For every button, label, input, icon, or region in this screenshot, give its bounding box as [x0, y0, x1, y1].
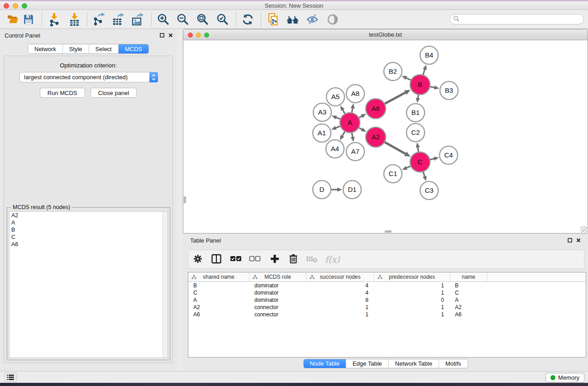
cell-predecessor-nodes[interactable]: 1: [374, 311, 450, 318]
import-table-icon[interactable]: [67, 12, 82, 27]
column-header-MCDS-role[interactable]: MCDS role: [249, 272, 306, 281]
criterion-dropdown[interactable]: largest connected component (directed): [19, 72, 158, 82]
tab-style[interactable]: Style: [63, 44, 89, 53]
close-panel-icon[interactable]: [168, 32, 173, 39]
vertical-scroll-mark[interactable]: [184, 196, 186, 203]
tab-mcds[interactable]: MCDS: [119, 44, 148, 53]
run-mcds-button[interactable]: Run MCDS: [40, 88, 85, 98]
cell-successor-nodes[interactable]: 1: [306, 304, 374, 310]
cell-name[interactable]: C: [450, 290, 488, 296]
network-window-titlebar[interactable]: testGlobe.txt: [183, 29, 588, 40]
cell-successor-nodes[interactable]: 4: [306, 282, 374, 289]
result-item[interactable]: B: [10, 226, 167, 234]
close-window-button[interactable]: [4, 3, 9, 9]
cell-successor-nodes[interactable]: 1: [306, 311, 374, 318]
float-panel-icon[interactable]: [160, 32, 164, 39]
zoom-fit-icon[interactable]: [196, 12, 210, 27]
export-network-icon[interactable]: [91, 12, 106, 27]
result-item[interactable]: A6: [10, 241, 167, 248]
table-row[interactable]: Bdominator41B: [188, 282, 586, 289]
cell-predecessor-nodes[interactable]: 1: [374, 290, 450, 296]
tab-network[interactable]: Network: [28, 44, 63, 53]
zoom-window-button[interactable]: [22, 3, 27, 9]
result-scrollbar[interactable]: [163, 212, 167, 357]
resize-grip[interactable]: [580, 226, 587, 233]
memory-button[interactable]: Memory: [545, 373, 584, 382]
cell-shared-name[interactable]: A: [188, 297, 249, 303]
result-item[interactable]: C: [10, 234, 167, 241]
zoom-out-icon[interactable]: [176, 12, 190, 27]
column-header-shared-name[interactable]: shared name: [188, 272, 249, 281]
zoom-selected-icon[interactable]: [215, 12, 230, 27]
add-column-icon[interactable]: [270, 254, 280, 265]
edge-A6-B[interactable]: [384, 93, 406, 105]
cell-shared-name[interactable]: A2: [188, 304, 249, 310]
cell-shared-name[interactable]: C: [188, 290, 249, 296]
close-panel-icon[interactable]: [576, 237, 581, 244]
result-item[interactable]: A: [10, 219, 167, 226]
cell-successor-nodes[interactable]: 4: [306, 290, 374, 296]
refresh-layout-icon[interactable]: [241, 12, 255, 27]
delete-columns-icon[interactable]: [289, 253, 298, 266]
tab-select[interactable]: Select: [89, 44, 119, 53]
minimize-window-button[interactable]: [13, 3, 18, 9]
cell-name[interactable]: A2: [450, 304, 488, 310]
network-zoom-button[interactable]: [204, 33, 209, 38]
zoom-in-icon[interactable]: [156, 12, 171, 27]
search-input[interactable]: [449, 14, 584, 24]
tab-network-table[interactable]: Network Table: [389, 359, 439, 368]
network-minimize-button[interactable]: [196, 33, 201, 38]
float-panel-icon[interactable]: [568, 237, 572, 244]
control-panel-title: Control Panel: [5, 32, 40, 39]
tab-edge-table[interactable]: Edge Table: [346, 359, 389, 368]
result-item[interactable]: A2: [10, 212, 167, 219]
select-all-columns-icon[interactable]: [230, 256, 242, 263]
cell-MCDS-role[interactable]: dominator: [249, 290, 306, 296]
export-image-icon[interactable]: [130, 12, 145, 27]
cell-name[interactable]: A: [450, 297, 488, 303]
column-header-successor-nodes[interactable]: successor nodes: [306, 272, 374, 281]
cell-name[interactable]: A6: [450, 311, 488, 318]
network-close-button[interactable]: [188, 33, 193, 38]
mcds-result-list[interactable]: A2ABCA6: [9, 211, 168, 358]
cell-MCDS-role[interactable]: dominator: [249, 297, 306, 303]
home-layout-icon[interactable]: [286, 12, 300, 27]
cell-predecessor-nodes[interactable]: 1: [374, 304, 450, 310]
unselect-all-columns-icon[interactable]: [249, 256, 261, 263]
save-session-icon[interactable]: [21, 12, 36, 27]
hide-selected-icon[interactable]: [305, 12, 320, 27]
table-row[interactable]: A6connector11A6: [188, 311, 586, 318]
task-history-button[interactable]: [5, 373, 16, 382]
new-network-icon[interactable]: [267, 12, 281, 27]
cell-MCDS-role[interactable]: connector: [249, 304, 306, 310]
table-body: Bdominator41BCdominator41CAdominator80AA…: [188, 282, 586, 318]
network-graph[interactable]: B4B2BB3A8A5A6A3B1AC2A1A2A4A7C4CC1DD1C3: [184, 41, 587, 233]
cell-shared-name[interactable]: A6: [188, 311, 249, 318]
close-panel-button[interactable]: Close panel: [91, 88, 137, 98]
cell-successor-nodes[interactable]: 8: [306, 297, 374, 303]
tab-motifs[interactable]: Motifs: [439, 359, 468, 368]
cell-predecessor-nodes[interactable]: 1: [374, 282, 450, 289]
import-network-icon[interactable]: [47, 12, 62, 27]
export-table-icon[interactable]: [111, 12, 125, 27]
column-header-predecessor-nodes[interactable]: predecessor nodes: [374, 272, 450, 281]
table-row[interactable]: Cdominator41C: [188, 289, 586, 296]
horizontal-scroll-mark[interactable]: [385, 230, 392, 233]
tab-node-table[interactable]: Node Table: [303, 359, 346, 368]
network-canvas[interactable]: B4B2BB3A8A5A6A3B1AC2A1A2A4A7C4CC1DD1C3: [184, 41, 587, 233]
node-table[interactable]: shared nameMCDS rolesuccessor nodesprede…: [188, 272, 586, 357]
table-options-icon[interactable]: [193, 254, 203, 265]
cell-predecessor-nodes[interactable]: 0: [374, 297, 450, 303]
cell-name[interactable]: B: [450, 282, 488, 289]
cell-shared-name[interactable]: B: [188, 282, 249, 289]
toolbar-separator: [42, 13, 42, 26]
column-header-name[interactable]: name: [450, 272, 488, 281]
show-all-icon[interactable]: [325, 12, 340, 27]
edge-A2-C[interactable]: [383, 142, 405, 154]
table-row[interactable]: Adominator80A: [188, 296, 586, 304]
table-row[interactable]: A2connector11A2: [188, 304, 586, 311]
open-session-icon[interactable]: [5, 12, 20, 27]
cell-MCDS-role[interactable]: connector: [249, 311, 306, 318]
toggle-columns-icon[interactable]: [211, 253, 222, 266]
cell-MCDS-role[interactable]: dominator: [249, 282, 306, 289]
